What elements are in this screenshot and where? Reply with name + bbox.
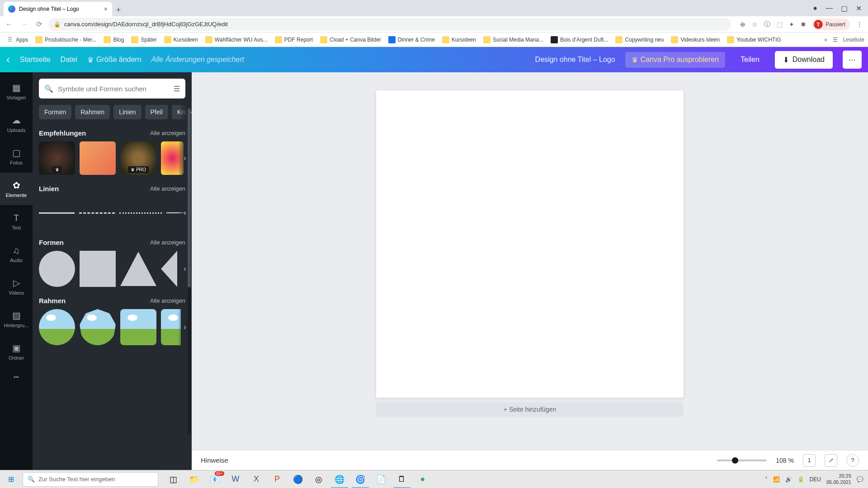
bookmark-item[interactable]: Kursideen	[439, 34, 479, 45]
tray-chevron-icon[interactable]: ˄	[765, 476, 768, 483]
wifi-icon[interactable]: 📶	[773, 476, 780, 483]
rail-more[interactable]: •••	[0, 368, 33, 386]
filter-icon[interactable]: ☰	[174, 84, 180, 93]
rail-vorlagen[interactable]: ▦Vorlagen	[0, 75, 33, 108]
chrome-icon[interactable]: 🌐	[329, 470, 350, 488]
elements-search[interactable]: 🔍 ☰	[39, 79, 185, 99]
bookmark-item[interactable]: Dinner & Crime	[386, 34, 438, 45]
document-title[interactable]: Design ohne Titel – Logo	[535, 56, 615, 64]
powerpoint-icon[interactable]: P	[267, 470, 288, 488]
rail-uploads[interactable]: ☁Uploads	[0, 108, 33, 140]
rail-videos[interactable]: ▷Videos	[0, 270, 33, 303]
bookmark-item[interactable]: Social Media Mana...	[481, 34, 546, 45]
zoom-chrome-icon[interactable]: ⊕	[740, 21, 745, 28]
extension2-icon[interactable]: ✦	[789, 21, 794, 28]
rail-text[interactable]: TText	[0, 205, 33, 238]
gtranslate-icon[interactable]: ⓘ	[764, 20, 770, 28]
more-menu-button[interactable]: ⋯	[843, 51, 862, 69]
bookmark-item[interactable]: Wahlfächer WU Aus...	[203, 34, 270, 45]
shape-circle[interactable]	[39, 251, 75, 287]
reading-list-label[interactable]: Leseliste	[843, 37, 864, 43]
file-explorer-icon[interactable]: 📁	[184, 470, 204, 488]
url-field[interactable]: 🔒 canva.com/design/DAEdornzscjl_drBfjHdC…	[48, 18, 731, 31]
panel-scrollbar[interactable]	[188, 108, 191, 434]
shape-square[interactable]	[80, 251, 116, 287]
scrollbar-thumb[interactable]	[188, 108, 191, 287]
forward-icon[interactable]: →	[19, 19, 30, 30]
shape-triangle[interactable]	[120, 252, 156, 286]
canvas-page[interactable]	[376, 90, 684, 398]
clock[interactable]: 20:25 05.05.2021	[826, 473, 851, 485]
see-all-link[interactable]: Alle anzeigen	[150, 130, 185, 136]
chip-pfeil[interactable]: Pfeil	[145, 105, 168, 119]
element-thumb[interactable]	[80, 141, 116, 175]
element-thumb[interactable]: ♛PRO	[120, 141, 156, 175]
bookmark-item[interactable]: Bois d'Argent Duft...	[548, 34, 611, 45]
canvas-viewport[interactable]: + Seite hinzufügen	[192, 72, 868, 450]
chip-rahmen[interactable]: Rahmen	[75, 105, 110, 119]
rail-audio[interactable]: ♫Audio	[0, 238, 33, 270]
battery-icon[interactable]: 🔋	[797, 476, 804, 483]
rail-elemente[interactable]: ✿Elemente	[0, 173, 33, 205]
canva-back-button[interactable]: ‹	[6, 53, 10, 66]
see-all-link[interactable]: Alle anzeigen	[150, 297, 185, 304]
back-icon[interactable]: ←	[4, 19, 14, 30]
chip-linien[interactable]: Linien	[113, 105, 141, 119]
close-tab-icon[interactable]: ×	[104, 5, 108, 13]
rail-fotos[interactable]: ▢Fotos	[0, 140, 33, 173]
app-icon[interactable]: 📄	[371, 470, 392, 488]
excel-icon[interactable]: X	[246, 470, 267, 488]
account-dot-icon[interactable]: ●	[813, 4, 817, 12]
download-button[interactable]: ⬇Download	[775, 51, 833, 69]
rail-ordner[interactable]: ▣Ordner	[0, 335, 33, 368]
frame-rounded[interactable]	[120, 309, 156, 345]
star-icon[interactable]: ☆	[752, 21, 758, 28]
help-button[interactable]: ?	[846, 454, 859, 467]
close-window-icon[interactable]: ✕	[856, 4, 862, 13]
search-input[interactable]	[58, 85, 169, 93]
resize-menu[interactable]: ♛Größe ändern	[87, 56, 142, 64]
language-indicator[interactable]: DEU	[810, 476, 821, 483]
bookmark-item[interactable]: PDF Report	[272, 34, 316, 45]
frame-blob[interactable]	[80, 309, 116, 345]
maximize-icon[interactable]: ▢	[841, 4, 848, 13]
profile-chip[interactable]: T Pausiert	[812, 19, 850, 30]
bookmark-item[interactable]: Youtube WICHTIG	[724, 34, 784, 45]
app-icon[interactable]: 🔵	[288, 470, 308, 488]
app-icon[interactable]: ◎	[308, 470, 329, 488]
extension-icon[interactable]: ⬚	[777, 21, 783, 28]
app-icon[interactable]: 🗒	[392, 470, 412, 488]
share-button[interactable]: Teilen	[735, 52, 765, 67]
shape-diamond[interactable]	[161, 251, 177, 287]
add-page-button[interactable]: + Seite hinzufügen	[376, 402, 684, 417]
reading-list-icon[interactable]: ☰	[833, 37, 838, 43]
bookmark-item[interactable]: Videokurs Ideen	[668, 34, 722, 45]
kebab-menu-icon[interactable]: ⋮	[856, 21, 863, 28]
line-dotted[interactable]	[119, 212, 162, 214]
word-icon[interactable]: W	[225, 470, 246, 488]
start-button[interactable]: ⊞	[0, 470, 22, 488]
line-dashed[interactable]	[79, 212, 115, 214]
extensions-menu-icon[interactable]: ✱	[801, 21, 806, 28]
bookmark-item[interactable]: Produktsuche - Mer...	[33, 34, 99, 45]
reload-icon[interactable]: ⟳	[34, 18, 44, 30]
task-view-icon[interactable]: ◫	[163, 470, 184, 488]
home-link[interactable]: Startseite	[20, 56, 51, 64]
mail-icon[interactable]: 📧99+	[204, 470, 225, 488]
bookmark-item[interactable]: Später	[128, 34, 159, 45]
element-thumb[interactable]: ♛	[39, 141, 75, 175]
bookmark-item[interactable]: Copywriting neu	[613, 34, 666, 45]
volume-icon[interactable]: 🔊	[785, 476, 792, 483]
bookmark-item[interactable]: Cload + Canva Bilder	[317, 34, 384, 45]
bookmark-item[interactable]: Kursideen	[161, 34, 201, 45]
see-all-link[interactable]: Alle anzeigen	[150, 239, 185, 246]
zoom-slider-thumb[interactable]	[732, 457, 738, 464]
line-solid[interactable]	[39, 212, 75, 214]
bookmarks-overflow-icon[interactable]: »	[824, 37, 827, 43]
try-pro-button[interactable]: ♛Canva Pro ausprobieren	[625, 52, 725, 68]
chip-formen[interactable]: Formen	[39, 105, 71, 119]
zoom-slider[interactable]	[717, 460, 767, 461]
bookmark-item[interactable]: Blog	[101, 34, 127, 45]
browser-tab[interactable]: Design ohne Titel – Logo ×	[4, 2, 112, 16]
new-tab-button[interactable]: +	[112, 4, 125, 16]
